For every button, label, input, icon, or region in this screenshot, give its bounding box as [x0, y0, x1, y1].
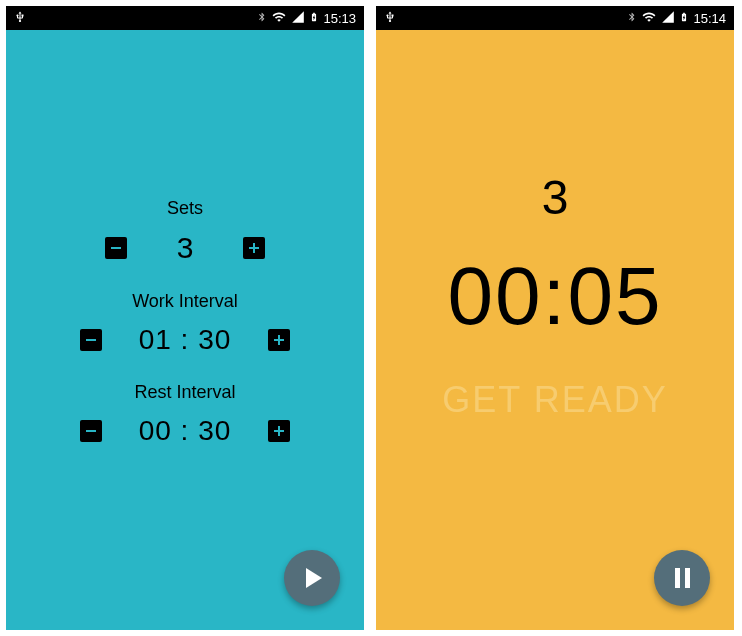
bluetooth-icon [627, 10, 637, 27]
status-right: 15:13 [257, 9, 356, 28]
status-bar: 15:14 [376, 6, 734, 30]
sets-plus-button[interactable] [243, 237, 265, 259]
rest-minus-button[interactable] [80, 420, 102, 442]
play-button[interactable] [284, 550, 340, 606]
work-interval-label: Work Interval [132, 291, 238, 312]
sets-value: 3 [155, 231, 215, 265]
rest-interval-row: 00 : 30 [80, 415, 290, 447]
work-interval-value: 01 : 30 [130, 324, 240, 356]
wifi-icon [641, 10, 657, 27]
play-icon [306, 568, 322, 588]
status-time: 15:14 [693, 11, 726, 26]
config-screen: Sets 3 Work Interval 01 : 30 [6, 30, 364, 630]
usb-icon [14, 9, 26, 28]
minus-icon [86, 430, 96, 432]
rest-interval-label: Rest Interval [134, 382, 235, 403]
status-time: 15:13 [323, 11, 356, 26]
wifi-icon [271, 10, 287, 27]
sets-row: 3 [105, 231, 265, 265]
phone-left: 15:13 Sets 3 Work Interval 01 : 30 [6, 6, 364, 630]
sets-label: Sets [167, 198, 203, 219]
work-interval-row: 01 : 30 [80, 324, 290, 356]
rest-interval-value: 00 : 30 [130, 415, 240, 447]
work-minus-button[interactable] [80, 329, 102, 351]
phone-right: 15:14 3 00:05 GET READY [376, 6, 734, 630]
plus-icon [274, 335, 284, 345]
countdown-sets: 3 [542, 170, 569, 225]
battery-icon [309, 9, 319, 28]
rest-plus-button[interactable] [268, 420, 290, 442]
countdown-status: GET READY [442, 379, 667, 421]
sets-minus-button[interactable] [105, 237, 127, 259]
signal-icon [661, 10, 675, 27]
countdown-time: 00:05 [447, 249, 662, 343]
countdown-content: 3 00:05 GET READY [376, 30, 734, 421]
minus-icon [111, 247, 121, 249]
usb-icon [384, 9, 396, 28]
status-bar: 15:13 [6, 6, 364, 30]
work-plus-button[interactable] [268, 329, 290, 351]
plus-icon [249, 243, 259, 253]
status-left [384, 9, 396, 28]
plus-icon [274, 426, 284, 436]
minus-icon [86, 339, 96, 341]
signal-icon [291, 10, 305, 27]
status-left [14, 9, 26, 28]
status-right: 15:14 [627, 9, 726, 28]
countdown-screen: 3 00:05 GET READY [376, 30, 734, 630]
battery-icon [679, 9, 689, 28]
config-content: Sets 3 Work Interval 01 : 30 [6, 30, 364, 447]
bluetooth-icon [257, 10, 267, 27]
pause-button[interactable] [654, 550, 710, 606]
pause-icon [675, 568, 690, 588]
